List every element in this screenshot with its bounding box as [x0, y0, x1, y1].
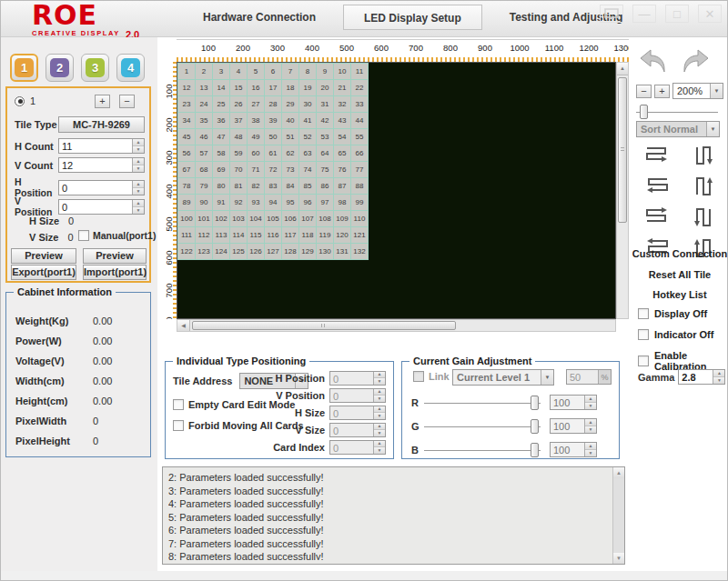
- tile-cell[interactable]: 101: [196, 211, 213, 227]
- remove-button[interactable]: −: [119, 95, 135, 108]
- g-gain-slider[interactable]: [424, 419, 541, 434]
- tile-cell[interactable]: 82: [248, 178, 265, 195]
- tile-cell[interactable]: 115: [248, 227, 265, 244]
- port-radio[interactable]: [15, 96, 25, 106]
- tile-cell[interactable]: 91: [213, 195, 230, 211]
- tile-cell[interactable]: 104: [248, 211, 265, 227]
- tile-cell[interactable]: 84: [282, 178, 299, 195]
- tile-cell[interactable]: 70: [230, 162, 248, 178]
- tile-cell[interactable]: 66: [351, 145, 369, 162]
- port-tab-3[interactable]: 3: [81, 54, 109, 82]
- sort-mode-dropdown[interactable]: Sort Normal ▼: [636, 121, 720, 137]
- slider-thumb[interactable]: [640, 105, 648, 119]
- tile-cell[interactable]: 74: [299, 162, 317, 178]
- log-scrollbar[interactable]: ▲ ▼: [612, 467, 624, 564]
- tile-cell[interactable]: 3: [213, 64, 230, 80]
- tile-cell[interactable]: 88: [351, 178, 369, 195]
- tile-cell[interactable]: 33: [351, 96, 369, 113]
- display-canvas[interactable]: 1234567891011121314151617181920212223242…: [177, 62, 616, 319]
- tile-cell[interactable]: 18: [282, 80, 299, 96]
- tile-cell[interactable]: 42: [317, 113, 334, 129]
- tile-cell[interactable]: 11: [351, 64, 369, 80]
- tile-cell[interactable]: 97: [317, 195, 334, 211]
- hotkey-list-button[interactable]: Hotkey List: [631, 289, 728, 300]
- monitor-icon[interactable]: [600, 5, 623, 23]
- tile-cell[interactable]: 52: [299, 129, 317, 145]
- r-gain-slider[interactable]: [424, 396, 541, 410]
- tile-cell[interactable]: 111: [178, 227, 196, 244]
- tile-cell[interactable]: 32: [334, 96, 351, 113]
- tile-cell[interactable]: 17: [265, 80, 282, 96]
- tile-cell[interactable]: 43: [334, 113, 351, 129]
- serpentine-h-left-down-icon[interactable]: [644, 175, 670, 199]
- tile-cell[interactable]: 120: [334, 227, 351, 244]
- tile-cell[interactable]: 118: [299, 227, 317, 244]
- b-gain-spinner[interactable]: 100▲▼: [550, 442, 597, 457]
- tile-cell[interactable]: 125: [230, 244, 248, 260]
- g-gain-spinner[interactable]: 100▲▼: [550, 418, 597, 434]
- tile-cell[interactable]: 15: [230, 80, 248, 96]
- field-spinner[interactable]: 0▲▼: [329, 371, 386, 386]
- tile-cell[interactable]: 30: [299, 96, 317, 113]
- tile-cell[interactable]: 12: [178, 80, 196, 96]
- tile-cell[interactable]: 6: [265, 64, 282, 80]
- tile-cell[interactable]: 98: [334, 195, 351, 211]
- undo-arrow-icon[interactable]: [638, 48, 669, 75]
- tile-cell[interactable]: 110: [351, 211, 369, 227]
- tile-cell[interactable]: 103: [230, 211, 248, 227]
- tile-cell[interactable]: 112: [196, 227, 213, 244]
- preview-button-2[interactable]: Preview: [83, 248, 147, 264]
- tile-cell[interactable]: 73: [282, 162, 299, 178]
- field-spinner[interactable]: 0▲▼: [329, 406, 386, 420]
- tile-cell[interactable]: 81: [230, 178, 248, 195]
- empty-card-edit-mode-checkbox[interactable]: [173, 399, 184, 410]
- tile-cell[interactable]: 123: [196, 244, 213, 260]
- tile-cell[interactable]: 58: [213, 145, 230, 162]
- current-level-dropdown[interactable]: Current Level 1 ▼: [452, 369, 554, 386]
- tile-cell[interactable]: 63: [299, 145, 317, 162]
- port-tab-1[interactable]: 1: [10, 54, 38, 82]
- enable-calibration-checkbox[interactable]: [638, 356, 649, 366]
- tile-cell[interactable]: 116: [265, 227, 282, 244]
- tile-cell[interactable]: 5: [248, 64, 265, 80]
- tile-cell[interactable]: 76: [334, 162, 351, 178]
- h-count-spinner[interactable]: 11▲▼: [58, 138, 145, 154]
- indicator-off-checkbox[interactable]: [638, 329, 649, 340]
- tile-cell[interactable]: 40: [282, 113, 299, 129]
- display-off-checkbox[interactable]: [638, 308, 649, 319]
- tile-cell[interactable]: 59: [230, 145, 248, 162]
- canvas-horizontal-scrollbar[interactable]: ◀: [177, 319, 616, 332]
- tile-cell[interactable]: 89: [178, 195, 196, 211]
- manual-port1-checkbox[interactable]: [78, 230, 89, 241]
- canvas-vertical-scrollbar[interactable]: ▲: [616, 62, 629, 319]
- tile-cell[interactable]: 114: [230, 227, 248, 244]
- tile-cell[interactable]: 48: [230, 129, 248, 145]
- tile-cell[interactable]: 31: [317, 96, 334, 113]
- tile-cell[interactable]: 83: [265, 178, 282, 195]
- scroll-left-icon[interactable]: ◀: [177, 320, 190, 331]
- tile-type-button[interactable]: MC-7H-9269: [58, 116, 145, 133]
- tile-cell[interactable]: 71: [248, 162, 265, 178]
- reset-all-tile-button[interactable]: Reset All Tile: [631, 269, 728, 280]
- tile-cell[interactable]: 113: [213, 227, 230, 244]
- slider-thumb[interactable]: [531, 443, 539, 457]
- tile-cell[interactable]: 60: [248, 145, 265, 162]
- port-tab-2[interactable]: 2: [46, 54, 74, 82]
- v-position-spinner[interactable]: 0▲▼: [58, 199, 145, 215]
- tile-cell[interactable]: 38: [248, 113, 265, 129]
- tile-cell[interactable]: 35: [196, 113, 213, 129]
- tile-cell[interactable]: 55: [351, 129, 369, 145]
- tile-cell[interactable]: 99: [351, 195, 369, 211]
- tile-cell[interactable]: 54: [334, 129, 351, 145]
- tile-cell[interactable]: 13: [196, 80, 213, 96]
- h-position-spinner[interactable]: 0▲▼: [58, 180, 145, 195]
- import-port1-button[interactable]: Import(port1): [83, 265, 147, 280]
- close-button[interactable]: ✕: [698, 5, 722, 23]
- tile-cell[interactable]: 109: [334, 211, 351, 227]
- tile-cell[interactable]: 122: [178, 244, 196, 260]
- tile-cell[interactable]: 21: [334, 80, 351, 96]
- tile-cell[interactable]: 117: [282, 227, 299, 244]
- tile-cell[interactable]: 64: [317, 145, 334, 162]
- tile-cell[interactable]: 22: [351, 80, 369, 96]
- tile-cell[interactable]: 129: [299, 244, 317, 260]
